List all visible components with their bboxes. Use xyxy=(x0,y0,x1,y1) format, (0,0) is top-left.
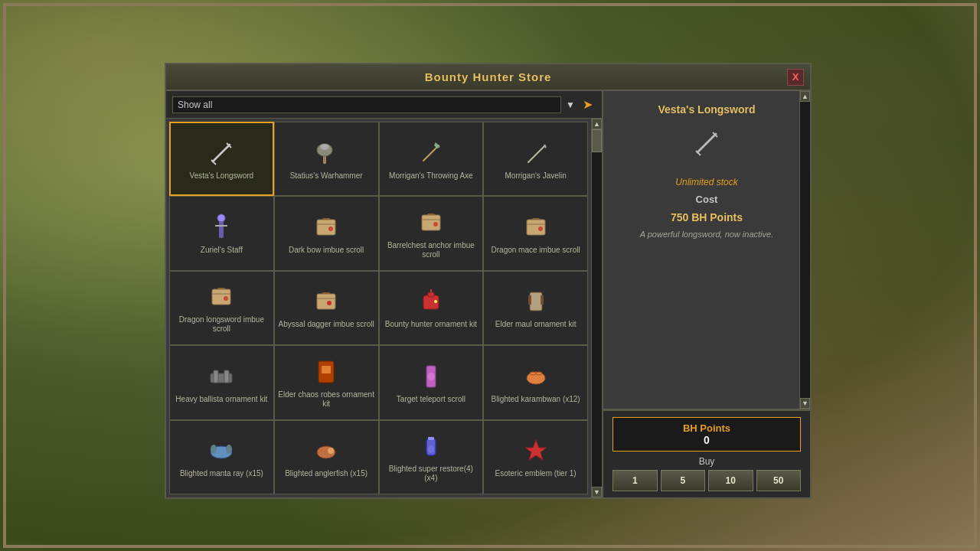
svg-point-5 xyxy=(320,144,329,150)
svg-marker-15 xyxy=(322,218,331,220)
item-name-16: Blighted manta ray (x15) xyxy=(180,469,263,478)
svg-point-54 xyxy=(328,448,334,454)
svg-point-11 xyxy=(217,214,225,222)
svg-rect-38 xyxy=(528,295,531,305)
item-name-17: Blighted anglerfish (x15) xyxy=(285,469,368,478)
scroll-up-btn[interactable]: ▲ xyxy=(592,119,602,129)
svg-marker-31 xyxy=(322,292,331,294)
svg-marker-23 xyxy=(531,218,541,220)
svg-point-49 xyxy=(536,372,542,375)
item-cell-4[interactable]: Zuriel's Staff xyxy=(169,196,274,270)
svg-point-24 xyxy=(538,227,543,231)
buy-btn-5[interactable]: 5 xyxy=(661,470,706,491)
buy-buttons: 151050 xyxy=(612,470,801,491)
item-icon-10 xyxy=(416,286,446,317)
item-cell-9[interactable]: Abyssal dagger imbue scroll xyxy=(274,271,379,345)
detail-item-name: Vesta's Longsword xyxy=(658,103,755,116)
item-icon-3 xyxy=(521,138,551,168)
svg-rect-37 xyxy=(530,292,542,311)
item-icon-0 xyxy=(206,138,237,168)
item-cell-5[interactable]: Dark bow imbue scroll xyxy=(274,196,379,270)
search-dropdown-icon[interactable]: ▼ xyxy=(566,99,575,110)
item-cell-2[interactable]: Morrigan's Throwing Axe xyxy=(379,122,484,196)
detail-scroll-track xyxy=(800,102,810,398)
svg-point-16 xyxy=(328,227,333,231)
item-cell-0[interactable]: Vesta's Longsword xyxy=(169,122,274,196)
item-icon-16 xyxy=(206,435,237,466)
svg-marker-19 xyxy=(426,214,436,215)
title-bar: Bounty Hunter Store X xyxy=(166,64,810,91)
scroll-thumb[interactable] xyxy=(592,129,602,152)
item-name-18: Blighted super restore(4) (x4) xyxy=(383,465,480,483)
svg-point-52 xyxy=(226,445,232,454)
item-name-2: Morrigan's Throwing Axe xyxy=(389,171,473,181)
buy-label: Buy xyxy=(612,456,801,467)
detail-scroll-up[interactable]: ▲ xyxy=(800,91,810,102)
right-panel: ▲ ▼ Vesta's Longsword Unlimited stock Co… xyxy=(603,91,810,497)
detail-stock: Unlimited stock xyxy=(675,177,737,187)
buy-btn-50[interactable]: 50 xyxy=(756,470,802,491)
scroll-track xyxy=(592,129,602,487)
svg-line-0 xyxy=(213,145,230,161)
item-icon-13 xyxy=(311,357,341,387)
item-icon-19 xyxy=(521,435,551,466)
items-scrollbar[interactable]: ▲ ▼ xyxy=(591,119,602,497)
svg-point-32 xyxy=(327,301,332,305)
svg-point-36 xyxy=(434,300,437,303)
svg-point-57 xyxy=(428,445,434,453)
item-cell-13[interactable]: Elder chaos robes ornament kit xyxy=(274,345,379,419)
buy-btn-10[interactable]: 10 xyxy=(708,470,753,491)
nav-forward-arrow[interactable]: ➤ xyxy=(580,96,596,113)
item-icon-14 xyxy=(416,361,446,392)
items-grid: Vesta's LongswordStatius's WarhammerMorr… xyxy=(166,119,591,497)
search-input[interactable] xyxy=(172,96,561,113)
item-cell-15[interactable]: Blighted karambwan (x12) xyxy=(483,345,588,419)
detail-scroll-down[interactable]: ▼ xyxy=(800,398,810,409)
bh-points-label: BH Points xyxy=(619,422,794,434)
close-button[interactable]: X xyxy=(787,69,804,86)
item-icon-7 xyxy=(521,212,551,243)
item-icon-1 xyxy=(311,138,341,168)
item-cell-11[interactable]: Elder maul ornament kit xyxy=(483,271,588,345)
item-icon-9 xyxy=(311,286,341,317)
svg-point-46 xyxy=(427,373,435,380)
item-cell-7[interactable]: Dragon mace imbue scroll xyxy=(483,196,588,270)
svg-line-59 xyxy=(697,134,716,152)
item-icon-6 xyxy=(416,207,446,238)
item-cell-16[interactable]: Blighted manta ray (x15) xyxy=(169,420,274,494)
svg-rect-39 xyxy=(541,295,544,305)
svg-rect-21 xyxy=(527,220,545,235)
svg-point-48 xyxy=(530,372,536,375)
scroll-down-btn[interactable]: ▼ xyxy=(592,487,602,497)
svg-rect-44 xyxy=(322,366,331,373)
svg-line-8 xyxy=(528,145,545,162)
item-name-9: Abyssal dagger imbue scroll xyxy=(279,320,374,329)
buy-btn-1[interactable]: 1 xyxy=(612,470,658,491)
item-cell-17[interactable]: Blighted anglerfish (x15) xyxy=(274,420,379,494)
svg-marker-58 xyxy=(525,440,547,460)
item-icon-5 xyxy=(311,212,341,243)
item-name-12: Heavy ballista ornament kit xyxy=(175,395,267,404)
item-icon-12 xyxy=(206,361,237,392)
item-cell-19[interactable]: Esoteric emblem (tier 1) xyxy=(483,420,588,494)
item-cell-6[interactable]: Barrelchest anchor imbue scroll xyxy=(379,196,484,270)
store-body: ▼ ➤ Vesta's LongswordStatius's Warhammer… xyxy=(166,91,810,497)
detail-description: A powerful longsword, now inactive. xyxy=(640,230,773,239)
item-cell-10[interactable]: Bounty hunter ornament kit xyxy=(379,271,484,345)
item-cell-3[interactable]: Morrigan's Javelin xyxy=(483,122,588,196)
svg-rect-41 xyxy=(214,370,218,383)
item-icon-2 xyxy=(416,138,446,168)
item-cell-1[interactable]: Statius's Warhammer xyxy=(274,122,379,196)
item-icon-8 xyxy=(206,282,237,312)
detail-scrollbar: ▲ ▼ xyxy=(799,91,810,409)
item-cell-12[interactable]: Heavy ballista ornament kit xyxy=(169,345,274,419)
item-name-15: Blighted karambwan (x12) xyxy=(492,395,580,404)
item-cell-8[interactable]: Dragon longsword imbue scroll xyxy=(169,271,274,345)
item-name-3: Morrigan's Javelin xyxy=(505,171,566,181)
svg-rect-13 xyxy=(317,220,335,235)
svg-point-20 xyxy=(433,222,438,227)
item-icon-18 xyxy=(416,431,446,461)
item-cell-14[interactable]: Target teleport scroll xyxy=(379,345,484,419)
item-cell-18[interactable]: Blighted super restore(4) (x4) xyxy=(379,420,484,494)
item-icon-11 xyxy=(521,286,551,317)
